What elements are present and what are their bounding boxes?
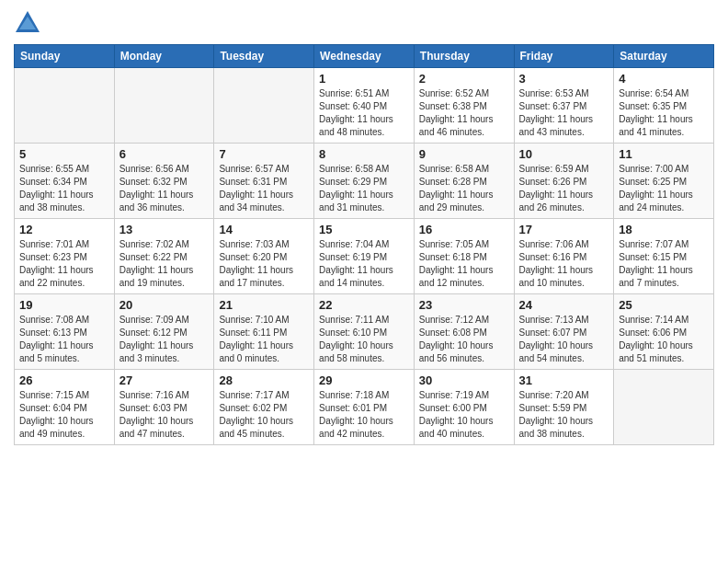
day-info: Sunrise: 7:07 AM Sunset: 6:15 PM Dayligh… (619, 238, 709, 290)
weekday-header: Saturday (614, 45, 714, 68)
day-info: Sunrise: 7:08 AM Sunset: 6:13 PM Dayligh… (19, 314, 109, 365)
calendar-cell: 24Sunrise: 7:13 AM Sunset: 6:07 PM Dayli… (514, 294, 614, 370)
calendar-cell: 5Sunrise: 6:55 AM Sunset: 6:34 PM Daylig… (15, 144, 115, 219)
calendar-cell (614, 370, 714, 445)
calendar-cell: 31Sunrise: 7:20 AM Sunset: 5:59 PM Dayli… (514, 370, 614, 445)
day-number: 5 (19, 147, 109, 161)
day-info: Sunrise: 6:58 AM Sunset: 6:28 PM Dayligh… (419, 163, 509, 214)
day-number: 29 (319, 373, 409, 387)
day-number: 2 (419, 72, 509, 86)
calendar-cell: 26Sunrise: 7:15 AM Sunset: 6:04 PM Dayli… (15, 370, 115, 445)
day-info: Sunrise: 7:16 AM Sunset: 6:03 PM Dayligh… (119, 389, 210, 441)
calendar-cell (114, 68, 214, 144)
day-info: Sunrise: 6:53 AM Sunset: 6:37 PM Dayligh… (519, 87, 609, 139)
day-info: Sunrise: 7:13 AM Sunset: 6:07 PM Dayligh… (519, 314, 609, 365)
day-info: Sunrise: 6:58 AM Sunset: 6:29 PM Dayligh… (319, 163, 409, 214)
calendar-cell: 6Sunrise: 6:56 AM Sunset: 6:32 PM Daylig… (114, 144, 214, 219)
day-info: Sunrise: 7:17 AM Sunset: 6:02 PM Dayligh… (219, 389, 309, 441)
calendar-cell: 13Sunrise: 7:02 AM Sunset: 6:22 PM Dayli… (114, 219, 214, 294)
day-number: 6 (119, 147, 210, 161)
day-number: 28 (219, 373, 309, 387)
calendar-cell: 4Sunrise: 6:54 AM Sunset: 6:35 PM Daylig… (614, 68, 714, 144)
logo-icon (14, 9, 41, 37)
day-info: Sunrise: 7:02 AM Sunset: 6:22 PM Dayligh… (119, 238, 210, 290)
calendar-cell: 27Sunrise: 7:16 AM Sunset: 6:03 PM Dayli… (114, 370, 214, 445)
calendar-cell: 20Sunrise: 7:09 AM Sunset: 6:12 PM Dayli… (114, 294, 214, 370)
day-info: Sunrise: 7:10 AM Sunset: 6:11 PM Dayligh… (219, 314, 309, 365)
day-info: Sunrise: 7:06 AM Sunset: 6:16 PM Dayligh… (519, 238, 609, 290)
calendar-cell: 3Sunrise: 6:53 AM Sunset: 6:37 PM Daylig… (514, 68, 614, 144)
day-number: 9 (419, 147, 509, 161)
day-number: 20 (119, 298, 210, 312)
calendar: SundayMondayTuesdayWednesdayThursdayFrid… (14, 44, 714, 445)
day-info: Sunrise: 6:55 AM Sunset: 6:34 PM Dayligh… (19, 163, 109, 214)
day-info: Sunrise: 7:03 AM Sunset: 6:20 PM Dayligh… (219, 238, 309, 290)
day-number: 19 (19, 298, 109, 312)
weekday-header: Monday (114, 45, 214, 68)
day-number: 8 (319, 147, 409, 161)
day-number: 21 (219, 298, 309, 312)
day-info: Sunrise: 7:04 AM Sunset: 6:19 PM Dayligh… (319, 238, 409, 290)
day-info: Sunrise: 7:19 AM Sunset: 6:00 PM Dayligh… (419, 389, 509, 441)
day-number: 10 (519, 147, 609, 161)
weekday-header: Thursday (414, 45, 514, 68)
calendar-week-row: 5Sunrise: 6:55 AM Sunset: 6:34 PM Daylig… (15, 144, 714, 219)
day-info: Sunrise: 7:15 AM Sunset: 6:04 PM Dayligh… (19, 389, 109, 441)
day-info: Sunrise: 7:14 AM Sunset: 6:06 PM Dayligh… (619, 314, 709, 365)
calendar-cell: 28Sunrise: 7:17 AM Sunset: 6:02 PM Dayli… (214, 370, 314, 445)
day-number: 11 (619, 147, 709, 161)
day-info: Sunrise: 6:54 AM Sunset: 6:35 PM Dayligh… (619, 87, 709, 139)
calendar-cell: 21Sunrise: 7:10 AM Sunset: 6:11 PM Dayli… (214, 294, 314, 370)
calendar-cell: 9Sunrise: 6:58 AM Sunset: 6:28 PM Daylig… (414, 144, 514, 219)
calendar-cell: 25Sunrise: 7:14 AM Sunset: 6:06 PM Dayli… (614, 294, 714, 370)
calendar-cell: 14Sunrise: 7:03 AM Sunset: 6:20 PM Dayli… (214, 219, 314, 294)
day-number: 12 (19, 223, 109, 236)
calendar-cell: 19Sunrise: 7:08 AM Sunset: 6:13 PM Dayli… (15, 294, 115, 370)
day-info: Sunrise: 7:18 AM Sunset: 6:01 PM Dayligh… (319, 389, 409, 441)
day-number: 13 (119, 223, 210, 236)
day-info: Sunrise: 6:51 AM Sunset: 6:40 PM Dayligh… (319, 87, 409, 139)
page: SundayMondayTuesdayWednesdayThursdayFrid… (0, 0, 728, 563)
day-number: 3 (519, 72, 609, 86)
calendar-cell: 2Sunrise: 6:52 AM Sunset: 6:38 PM Daylig… (414, 68, 514, 144)
calendar-week-row: 12Sunrise: 7:01 AM Sunset: 6:23 PM Dayli… (15, 219, 714, 294)
day-number: 16 (419, 223, 509, 236)
day-number: 25 (619, 298, 709, 312)
calendar-cell (214, 68, 314, 144)
day-number: 30 (419, 373, 509, 387)
day-info: Sunrise: 7:01 AM Sunset: 6:23 PM Dayligh… (19, 238, 109, 290)
day-number: 23 (419, 298, 509, 312)
day-number: 26 (19, 373, 109, 387)
day-number: 17 (519, 223, 609, 236)
day-number: 22 (319, 298, 409, 312)
calendar-cell: 12Sunrise: 7:01 AM Sunset: 6:23 PM Dayli… (15, 219, 115, 294)
logo (14, 9, 45, 37)
calendar-cell: 29Sunrise: 7:18 AM Sunset: 6:01 PM Dayli… (314, 370, 415, 445)
calendar-cell: 10Sunrise: 6:59 AM Sunset: 6:26 PM Dayli… (514, 144, 614, 219)
day-number: 31 (519, 373, 609, 387)
calendar-cell: 17Sunrise: 7:06 AM Sunset: 6:16 PM Dayli… (514, 219, 614, 294)
day-info: Sunrise: 7:11 AM Sunset: 6:10 PM Dayligh… (319, 314, 409, 365)
header (14, 9, 714, 37)
weekday-header: Friday (514, 45, 614, 68)
weekday-header: Sunday (15, 45, 115, 68)
calendar-cell: 22Sunrise: 7:11 AM Sunset: 6:10 PM Dayli… (314, 294, 415, 370)
day-number: 27 (119, 373, 210, 387)
day-number: 14 (219, 223, 309, 236)
calendar-cell: 1Sunrise: 6:51 AM Sunset: 6:40 PM Daylig… (314, 68, 415, 144)
calendar-week-row: 26Sunrise: 7:15 AM Sunset: 6:04 PM Dayli… (15, 370, 714, 445)
day-number: 15 (319, 223, 409, 236)
calendar-cell (15, 68, 115, 144)
calendar-cell: 18Sunrise: 7:07 AM Sunset: 6:15 PM Dayli… (614, 219, 714, 294)
calendar-week-row: 1Sunrise: 6:51 AM Sunset: 6:40 PM Daylig… (15, 68, 714, 144)
day-info: Sunrise: 6:52 AM Sunset: 6:38 PM Dayligh… (419, 87, 509, 139)
calendar-cell: 11Sunrise: 7:00 AM Sunset: 6:25 PM Dayli… (614, 144, 714, 219)
calendar-cell: 7Sunrise: 6:57 AM Sunset: 6:31 PM Daylig… (214, 144, 314, 219)
day-info: Sunrise: 7:00 AM Sunset: 6:25 PM Dayligh… (619, 163, 709, 214)
calendar-cell: 30Sunrise: 7:19 AM Sunset: 6:00 PM Dayli… (414, 370, 514, 445)
day-info: Sunrise: 7:20 AM Sunset: 5:59 PM Dayligh… (519, 389, 609, 441)
day-number: 24 (519, 298, 609, 312)
calendar-cell: 16Sunrise: 7:05 AM Sunset: 6:18 PM Dayli… (414, 219, 514, 294)
calendar-week-row: 19Sunrise: 7:08 AM Sunset: 6:13 PM Dayli… (15, 294, 714, 370)
day-info: Sunrise: 6:59 AM Sunset: 6:26 PM Dayligh… (519, 163, 609, 214)
